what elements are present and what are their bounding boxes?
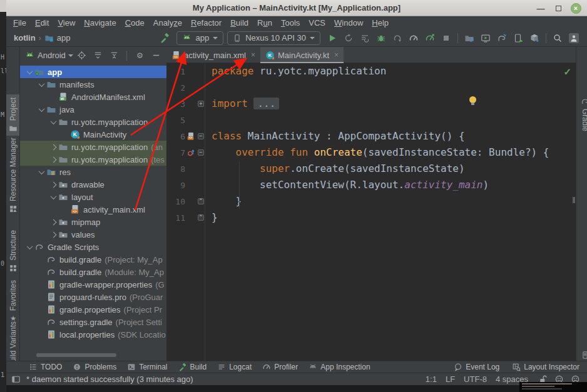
menu-vcs[interactable]: VCS	[304, 18, 330, 28]
tree-item-local-properties[interactable]: local.properties(SDK Locatio	[20, 328, 166, 341]
menu-refactor[interactable]: Refactor	[186, 18, 226, 28]
device-manager-button[interactable]	[510, 31, 526, 46]
chevron-down-icon[interactable]	[68, 54, 73, 57]
build-project-button[interactable]	[156, 31, 173, 46]
expand-all-button[interactable]	[91, 48, 105, 63]
profile-button[interactable]	[406, 31, 422, 46]
toolwindow-button-logcat[interactable]: Logcat	[217, 363, 252, 371]
tree-item-gradle-wrapper-properties[interactable]: gradle-wrapper.properties(G	[20, 278, 166, 291]
tree-item-mipmap[interactable]: mipmap	[20, 216, 166, 228]
locate-button[interactable]	[74, 48, 88, 63]
toolwindow-tab-gradle[interactable]: Gradle	[576, 97, 587, 131]
folded-region[interactable]: ...	[253, 98, 279, 109]
attach-debugger-button[interactable]	[389, 31, 406, 46]
caret-position-widget[interactable]: 1:1	[426, 374, 437, 384]
tree-item-ru-yotc-myapplication[interactable]: ru.yotc.myapplication(tes	[20, 153, 166, 166]
avatar-button[interactable]	[566, 31, 582, 46]
menu-view[interactable]: View	[53, 18, 79, 28]
menu-navigate[interactable]: Navigate	[79, 18, 120, 28]
debug-button[interactable]	[373, 31, 389, 46]
tree-item-mainactivity[interactable]: KMainActivity	[20, 128, 166, 141]
toolwindow-button-problems[interactable]: Problems	[73, 363, 116, 371]
menu-run[interactable]: Run	[253, 18, 277, 28]
close-tab-icon[interactable]: ×	[251, 51, 255, 59]
toolwindow-tab-structure[interactable]: Structure	[6, 227, 19, 276]
toolwindow-button-event-log[interactable]: Event Log	[454, 363, 499, 371]
tree-toggle-icon[interactable]	[49, 145, 58, 149]
line-ending-widget[interactable]: LF	[446, 374, 455, 384]
close-button[interactable]: ×	[568, 0, 583, 16]
tree-toggle-icon[interactable]	[49, 120, 58, 124]
fold-marker-icon[interactable]: +	[198, 101, 204, 107]
toolwindow-button-profiler[interactable]: Profiler	[262, 363, 298, 371]
breadcrumb-item[interactable]: app	[57, 33, 71, 43]
toolwindow-button-build[interactable]: Build	[178, 363, 207, 371]
tree-toggle-icon[interactable]	[49, 233, 58, 237]
search-button[interactable]	[549, 31, 566, 46]
tree-item-app[interactable]: app	[20, 66, 166, 78]
hide-button[interactable]	[149, 48, 163, 63]
tree-item-res[interactable]: res	[20, 166, 166, 178]
sdk-manager-button[interactable]	[526, 31, 543, 46]
toolwindow-tab-resource-manager[interactable]: Resource Manager	[6, 134, 19, 216]
project-view-selector[interactable]: Android	[38, 51, 66, 60]
tree-toggle-icon[interactable]	[37, 108, 46, 112]
menu-window[interactable]: Window	[330, 18, 367, 28]
tree-toggle-icon[interactable]	[37, 170, 46, 174]
tree-toggle-icon[interactable]	[49, 158, 58, 162]
toolwindow-button-todo[interactable]: TODO	[29, 363, 62, 371]
fold-marker-icon[interactable]: ^	[198, 198, 204, 204]
tree-item-androidmanifest-xml[interactable]: MFAndroidManifest.xml	[20, 91, 166, 103]
restore-button[interactable]	[552, 0, 564, 16]
code-editor[interactable]: 1 package ru.yotc.myapplication 2 3 +imp…	[166, 63, 576, 361]
tab-mainactivity-kt[interactable]: KMainActivity.kt ×	[260, 47, 344, 63]
running-devices-button[interactable]	[477, 31, 494, 46]
tree-item-layout[interactable]: layout	[20, 191, 166, 203]
tab-activity-main-xml[interactable]: <>activity_main.xml ×	[166, 47, 260, 63]
intention-bulb-icon[interactable]	[469, 96, 476, 103]
menu-tools[interactable]: Tools	[277, 18, 304, 28]
tree-item-proguard-rules-pro[interactable]: proguard-rules.pro(ProGuar	[20, 291, 166, 303]
settings-button[interactable]: ⚙	[133, 48, 146, 63]
close-tab-icon[interactable]: ×	[334, 51, 339, 59]
tree-toggle-icon[interactable]	[25, 70, 34, 74]
collapse-all-button[interactable]	[107, 48, 121, 63]
tree-toggle-icon[interactable]	[37, 83, 46, 87]
tree-item-drawable[interactable]: drawable	[20, 178, 166, 191]
gradle-sync-button[interactable]	[494, 31, 510, 46]
tree-item-gradle-properties[interactable]: gradle.properties(Project Pr	[20, 303, 166, 316]
apply-code-changes-button[interactable]	[357, 31, 373, 46]
breadcrumb-module[interactable]: kotlin	[14, 33, 36, 43]
fold-marker-icon[interactable]: −	[198, 149, 204, 156]
run-button[interactable]	[324, 31, 340, 46]
tree-item-activity-main-xml[interactable]: <>activity_main.xml	[20, 203, 166, 216]
device-select[interactable]: Nexus 10 API 30	[227, 31, 320, 45]
menu-edit[interactable]: Edit	[31, 18, 53, 28]
menu-help[interactable]: Help	[367, 18, 393, 28]
tree-item-java[interactable]: java	[20, 103, 166, 116]
toolwindow-button-app-inspection[interactable]: App Inspection	[309, 363, 370, 371]
menu-code[interactable]: Code	[121, 18, 149, 28]
encoding-widget[interactable]: UTF-8	[464, 374, 487, 384]
profile-low-overhead-button[interactable]	[422, 31, 438, 46]
tree-toggle-icon[interactable]	[49, 195, 58, 199]
apply-changes-button[interactable]	[340, 31, 357, 46]
toolwindow-button-layout-inspector[interactable]: Layout Inspector	[512, 363, 579, 371]
tree-item-settings-gradle[interactable]: settings.gradle(Project Setti	[20, 316, 166, 328]
run-configuration-select[interactable]: app	[176, 31, 223, 45]
device-file-explorer-button[interactable]	[461, 31, 477, 46]
menu-file[interactable]: File	[9, 18, 31, 28]
fold-marker-icon[interactable]: ^	[198, 214, 204, 221]
tree-item-ru-yotc-myapplication[interactable]: ru.yotc.myapplication(an	[20, 141, 166, 153]
menu-build[interactable]: Build	[226, 18, 253, 28]
tree-item-ru-yotc-myapplication[interactable]: ru.yotc.myapplication	[20, 116, 166, 128]
tree-toggle-icon[interactable]	[49, 183, 58, 187]
tree-item-values[interactable]: values	[20, 228, 166, 241]
tree-item-build-gradle[interactable]: build.gradle(Project: My_Ap	[20, 253, 166, 266]
tree-toggle-icon[interactable]	[49, 220, 58, 224]
tree-item-gradle-scripts[interactable]: Gradle Scripts	[20, 241, 166, 253]
menu-analyze[interactable]: Analyze	[149, 18, 186, 28]
minimize-button[interactable]: —	[534, 0, 547, 16]
tree-item-manifests[interactable]: manifests	[20, 78, 166, 91]
fold-marker-icon[interactable]: −	[198, 133, 204, 139]
